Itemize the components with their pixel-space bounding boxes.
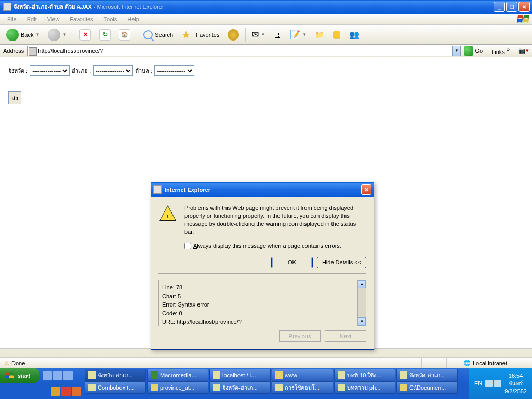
ql-messenger-icon[interactable] (53, 371, 62, 380)
links-label[interactable]: Links » (491, 46, 510, 55)
search-button[interactable]: Search (140, 29, 176, 41)
go-button[interactable]: →Go (464, 46, 483, 56)
discuss-button[interactable]: 📁 (312, 29, 327, 41)
tray-icon[interactable] (485, 380, 493, 387)
task-button[interactable]: จังหวัด-อำเภ... (396, 369, 458, 381)
detail-line: Line: 78 (162, 283, 363, 292)
dialog-title: Internet Explorer (165, 187, 361, 193)
toolbar: Back▼ ▼ ✕ ↻ 🏠 Search ★Favorites ✉▼ 🖨 📝▼ … (0, 25, 532, 45)
task-button[interactable]: จังหวัด-อำเภ... (209, 381, 271, 394)
close-button[interactable]: ✕ (518, 2, 530, 12)
district-label: อำเภอ : (72, 66, 91, 75)
task-button[interactable]: Combobox เ... (85, 381, 146, 394)
error-dialog: Internet Explorer ✕ ! Problems with this… (151, 182, 374, 350)
svg-text:!: ! (167, 214, 168, 219)
menubar: File Edit View Favorites Tools Help (0, 14, 532, 25)
task-button[interactable]: บทที่ 10 ใช้ง... (334, 369, 395, 381)
snagit-icon[interactable]: 📷▾ (518, 47, 529, 54)
error-details: Line: 78 Char: 5 Error: Syntax error Cod… (158, 280, 366, 326)
dialog-close-button[interactable]: ✕ (361, 184, 371, 195)
minimize-button[interactable]: _ (494, 2, 505, 12)
history-button[interactable] (224, 28, 242, 42)
details-scrollbar[interactable]: ▲▼ (357, 280, 366, 326)
next-button: Next (325, 330, 366, 342)
checkbox-label: Always display this message when a page … (193, 243, 341, 249)
restore-button[interactable]: ❐ (506, 2, 517, 12)
ie-icon (3, 3, 11, 11)
status-bar: ⚠Done 🌐Local intranet (0, 357, 532, 368)
zone-icon: 🌐 (463, 360, 471, 366)
detail-error: Error: Syntax error (162, 300, 363, 309)
menu-help[interactable]: Help (123, 15, 143, 23)
mail-button[interactable]: ✉▼ (249, 28, 268, 41)
subdistrict-select[interactable]: --------------- (154, 65, 194, 76)
tray-time: 16:54 (504, 373, 527, 379)
always-show-checkbox[interactable] (184, 243, 191, 249)
warning-icon[interactable]: ⚠ (4, 360, 9, 366)
language-indicator[interactable]: EN (474, 380, 482, 387)
task-button[interactable]: localhost / l... (209, 369, 271, 381)
messenger-button[interactable]: 👥 (346, 28, 363, 41)
dialog-message: Problems with this Web page might preven… (184, 204, 366, 236)
ql-icon[interactable] (61, 387, 71, 396)
task-button[interactable]: www (272, 369, 333, 381)
menu-favorites[interactable]: Favorites (65, 15, 97, 23)
task-button[interactable]: province_ut... (147, 381, 208, 394)
taskbar: start จังหวัด-อำเภ... Macromedia... loca (0, 368, 532, 399)
tray-day: จันทร์ (504, 379, 527, 388)
detail-url: URL: http://localhost/province/? (162, 317, 363, 326)
task-button[interactable]: C:\Documen... (396, 381, 458, 394)
refresh-button[interactable]: ↻ (96, 28, 114, 42)
address-bar: Address ▼ →Go Links » 📷▾ (0, 45, 532, 57)
subdistrict-label: ตำบล : (135, 66, 152, 75)
page-content: จังหวัด : --------------- อำเภอ : ------… (0, 57, 532, 348)
ql-firefox-icon[interactable] (72, 387, 81, 396)
detail-code: Code: 0 (162, 309, 363, 318)
print-button[interactable]: 🖨 (270, 29, 285, 41)
tray-icon[interactable] (494, 380, 501, 387)
task-button[interactable]: จังหวัด-อำเภ... (85, 369, 146, 381)
address-label: Address (3, 48, 24, 54)
hide-details-button[interactable]: Hide Details << (317, 257, 366, 268)
task-buttons: จังหวัด-อำเภ... Macromedia... localhost … (84, 368, 469, 399)
tray-date: 9/2/2552 (504, 388, 527, 394)
ql-icon[interactable] (51, 387, 60, 396)
warning-icon: ! (158, 204, 177, 223)
start-button[interactable]: start (0, 368, 39, 383)
forward-button[interactable]: ▼ (45, 27, 70, 43)
quick-launch (39, 368, 76, 383)
province-label: จังหวัด : (8, 66, 28, 75)
menu-edit[interactable]: Edit (23, 15, 41, 23)
task-button[interactable]: บทความ ph... (334, 381, 395, 394)
edit-button[interactable]: 📝▼ (287, 28, 310, 41)
detail-char: Char: 5 (162, 292, 363, 301)
ql-ie-icon[interactable] (43, 371, 52, 380)
menu-tools[interactable]: Tools (100, 15, 122, 23)
back-button[interactable]: Back▼ (3, 27, 43, 43)
stop-button[interactable]: ✕ (76, 28, 94, 42)
province-select[interactable]: --------------- (30, 65, 70, 76)
address-input[interactable] (27, 46, 453, 56)
task-button[interactable]: Macromedia... (147, 369, 208, 381)
windows-logo-icon (517, 15, 530, 24)
address-dropdown[interactable]: ▼ (453, 46, 461, 56)
home-button[interactable]: 🏠 (116, 28, 134, 42)
menu-file[interactable]: File (3, 15, 21, 23)
window-title: จังหวัด-อำเภอ-ตำบล ด้วย AJAX - Microsoft… (14, 2, 494, 11)
district-select[interactable]: --------------- (93, 65, 133, 76)
favorites-button[interactable]: ★Favorites (178, 27, 222, 43)
ok-button[interactable]: OK (271, 257, 313, 268)
submit-button[interactable]: ส่ง (8, 91, 21, 104)
ie-icon (153, 185, 162, 194)
quick-launch-2 (48, 383, 84, 399)
system-tray[interactable]: EN 16:54 จันทร์ 9/2/2552 (469, 368, 532, 399)
research-button[interactable]: 📒 (329, 29, 344, 41)
status-text: Done (11, 360, 25, 366)
menu-view[interactable]: View (43, 15, 64, 23)
ql-desktop-icon[interactable] (63, 371, 73, 380)
titlebar: จังหวัด-อำเภอ-ตำบล ด้วย AJAX - Microsoft… (0, 0, 532, 14)
task-button[interactable]: การใช้คอมโ... (272, 381, 333, 394)
previous-button: Previous (279, 330, 321, 342)
dialog-titlebar[interactable]: Internet Explorer ✕ (151, 182, 374, 197)
zone-text: Local intranet (473, 360, 507, 366)
